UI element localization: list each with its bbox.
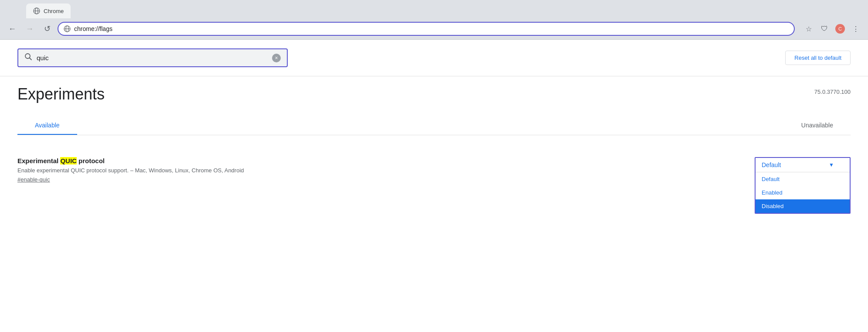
search-area: quic × Reset all to default [0, 40, 868, 76]
search-box[interactable]: quic × [17, 48, 288, 67]
dropdown-selected[interactable]: Default ▼ [756, 158, 850, 172]
dropdown-option-default[interactable]: Default [756, 172, 850, 186]
clear-search-button[interactable]: × [272, 54, 281, 62]
search-input[interactable]: quic [37, 54, 268, 62]
back-button[interactable]: ← [5, 22, 19, 36]
reload-button[interactable]: ↺ [40, 22, 54, 36]
reset-all-button[interactable]: Reset all to default [785, 51, 851, 65]
tab-available[interactable]: Available [17, 116, 77, 135]
address-text: chrome://flags [74, 25, 789, 32]
tab-favicon [33, 7, 40, 14]
tabs-container: Available Unavailable [17, 116, 851, 135]
experiment-title: Experimental QUIC protocol [17, 157, 737, 164]
search-icon [24, 53, 32, 63]
profile-button[interactable]: C [833, 22, 847, 36]
dropdown-option-disabled[interactable]: Disabled [756, 199, 850, 213]
menu-button[interactable]: ⋮ [849, 22, 863, 36]
active-tab[interactable]: Chrome [26, 3, 71, 18]
experiment-info: Experimental QUIC protocol Enable experi… [17, 157, 737, 183]
page-title: Experiments [17, 85, 105, 103]
experiments-header: Experiments 75.0.3770.100 [17, 85, 851, 103]
tab-bar: Chrome [0, 0, 868, 18]
experiment-item: Experimental QUIC protocol Enable experi… [17, 148, 851, 222]
extension-button[interactable]: 🛡 [817, 22, 831, 36]
toolbar: ← → ↺ chrome://flags ☆ 🛡 C [0, 18, 868, 39]
main-content: Experiments 75.0.3770.100 Available Unav… [0, 76, 868, 231]
dropdown-options: Default Enabled Disabled [756, 172, 850, 213]
bookmark-button[interactable]: ☆ [802, 22, 816, 36]
page-content: quic × Reset all to default Experiments … [0, 40, 868, 332]
experiment-link[interactable]: #enable-quic [17, 176, 50, 183]
experiment-desc: Enable experimental QUIC protocol suppor… [17, 167, 737, 174]
tabs-divider [77, 116, 784, 135]
forward-button[interactable]: → [23, 22, 37, 36]
browser-chrome: Chrome ← → ↺ chrome://flags ☆ 🛡 [0, 0, 868, 40]
tab-title: Chrome [44, 8, 64, 14]
dropdown-arrow-icon: ▼ [829, 162, 834, 168]
experiment-dropdown[interactable]: Default ▼ Default Enabled Disabled [755, 157, 851, 214]
address-favicon-icon [64, 25, 71, 32]
experiment-highlight: QUIC [60, 157, 77, 164]
address-bar[interactable]: chrome://flags [58, 22, 795, 36]
svg-line-7 [30, 58, 32, 60]
toolbar-actions: ☆ 🛡 C ⋮ [802, 22, 863, 36]
dropdown-option-enabled[interactable]: Enabled [756, 186, 850, 199]
version-text: 75.0.3770.100 [814, 89, 851, 95]
tab-unavailable[interactable]: Unavailable [784, 116, 851, 135]
